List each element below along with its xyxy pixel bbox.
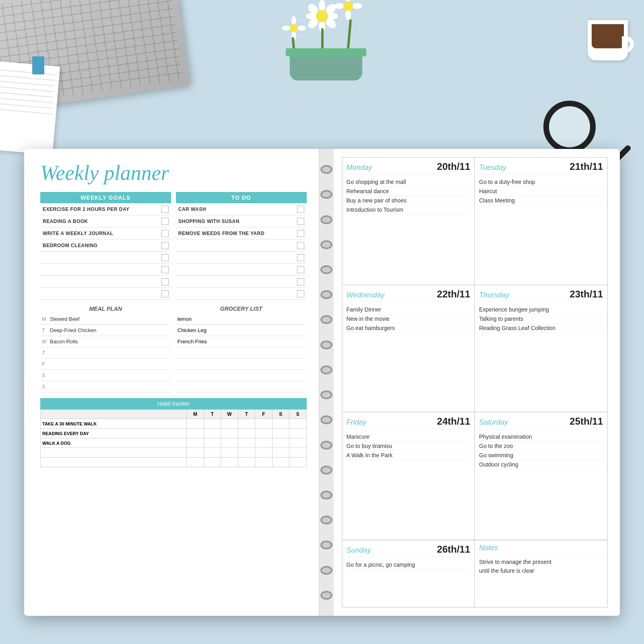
habit-check-0-5[interactable]: [272, 419, 289, 429]
meal-row-1: TDeep-Fried Chicken: [40, 325, 171, 336]
coffee-cup: [580, 8, 636, 60]
todo-row-1: SHOPPING WITH SUSAN: [176, 215, 307, 227]
goal-row-3: BEDROOM CLEANING: [40, 239, 171, 252]
grocery-row-4: [176, 359, 307, 370]
todo-checkbox-6[interactable]: [297, 278, 304, 285]
meal-row-3: T: [40, 347, 171, 359]
habit-row-1: READING EVERY DAY: [41, 429, 307, 438]
goal-row-6: [40, 276, 171, 288]
habit-check-0-0[interactable]: [187, 419, 204, 429]
habit-check-3-4[interactable]: [255, 448, 272, 458]
habit-check-1-3[interactable]: [238, 429, 255, 438]
habit-check-1-4[interactable]: [255, 429, 272, 438]
todo-column: TO DO CAR WASHSHOPPING WITH SUSANREMOVE …: [176, 192, 307, 300]
habit-name-2: WALK A DOG: [41, 438, 187, 448]
meal-item-0: Stewed Beef: [50, 316, 169, 322]
habit-check-2-0[interactable]: [187, 438, 204, 448]
friday-event-1: Manicure: [347, 432, 471, 442]
calendar-grid: Monday 20th/11 Go shopping at the mall R…: [342, 157, 608, 540]
monday-event-3: Buy a new pair of shoes: [347, 196, 471, 205]
habit-check-4-3[interactable]: [238, 458, 255, 467]
habit-check-0-3[interactable]: [238, 419, 255, 429]
habit-check-2-6[interactable]: [289, 438, 306, 448]
spiral-coil: [320, 365, 332, 374]
habit-check-2-2[interactable]: [221, 438, 238, 448]
spiral-coil: [320, 341, 332, 349]
habit-check-4-4[interactable]: [255, 458, 272, 467]
habit-check-4-5[interactable]: [272, 458, 289, 467]
sunday-name: Sunday: [347, 546, 371, 555]
notes-header: Notes: [479, 544, 603, 554]
spiral-coil: [320, 190, 332, 199]
habit-check-1-2[interactable]: [221, 429, 238, 438]
spiral-coil: [320, 415, 332, 424]
habit-check-0-6[interactable]: [289, 419, 306, 429]
goal-checkbox-5[interactable]: [161, 266, 169, 273]
habit-check-4-2[interactable]: [221, 458, 238, 467]
wednesday-event-2: New in the movie: [347, 314, 471, 324]
monday-event-4: Introduction to Tourism: [347, 205, 471, 215]
goal-checkbox-3[interactable]: [161, 242, 169, 249]
meal-row-0: MStewed Beef: [40, 314, 171, 325]
goal-checkbox-6[interactable]: [161, 278, 169, 285]
right-page: Monday 20th/11 Go shopping at the mall R…: [334, 149, 620, 616]
habit-day-w: W: [221, 410, 238, 419]
habit-check-0-1[interactable]: [204, 419, 221, 429]
wednesday-event-3: Go eat hamburgers: [347, 324, 471, 333]
todo-row-4: [176, 252, 307, 264]
habit-check-2-5[interactable]: [272, 438, 289, 448]
goal-checkbox-7[interactable]: [161, 290, 169, 297]
spiral-coil: [320, 441, 332, 450]
habit-check-1-6[interactable]: [289, 429, 306, 438]
goal-checkbox-0[interactable]: [161, 206, 169, 213]
habit-check-1-5[interactable]: [272, 429, 289, 438]
day-monday: Monday 20th/11 Go shopping at the mall R…: [342, 157, 475, 285]
todo-checkbox-1[interactable]: [297, 218, 304, 225]
monday-event-1: Go shopping at the mall: [347, 178, 471, 187]
todo-row-3: [176, 239, 307, 252]
todo-checkbox-0[interactable]: [297, 206, 304, 213]
habit-check-3-6[interactable]: [289, 448, 306, 458]
todo-checkbox-7[interactable]: [297, 290, 304, 297]
habit-table: M T W T F S S TAKE A 30 MINUTE WALKREADI…: [40, 409, 307, 467]
meal-day-2: W: [42, 339, 50, 345]
day-sunday: Sunday 26th/11 Go for a picnic, go campi…: [342, 540, 475, 607]
todo-checkbox-2[interactable]: [297, 230, 304, 237]
grocery-row-1: Chicken Leg: [176, 325, 307, 336]
goal-row-2: WRITE A WEEKLY JOURNAL: [40, 227, 171, 239]
todo-text-0: CAR WASH: [178, 206, 295, 212]
habit-name-3: [41, 448, 187, 458]
day-thursday: Thursday 23th/11 Experience bungee jumpi…: [475, 285, 607, 413]
habit-check-3-1[interactable]: [204, 448, 221, 458]
spiral-coil: [320, 566, 332, 575]
habit-check-3-3[interactable]: [238, 448, 255, 458]
habit-check-4-1[interactable]: [204, 458, 221, 467]
habit-check-1-0[interactable]: [187, 429, 204, 438]
goal-checkbox-1[interactable]: [161, 218, 169, 225]
habit-check-1-1[interactable]: [204, 429, 221, 438]
habit-day-t: T: [204, 410, 221, 419]
habit-check-4-6[interactable]: [289, 458, 306, 467]
habit-check-0-2[interactable]: [221, 419, 238, 429]
todo-checkbox-5[interactable]: [297, 266, 304, 273]
habit-day-f: F: [255, 410, 272, 419]
habit-row-4: [41, 458, 307, 467]
todo-checkbox-4[interactable]: [297, 254, 304, 261]
habit-check-2-1[interactable]: [204, 438, 221, 448]
goal-checkbox-4[interactable]: [161, 254, 169, 261]
goal-checkbox-2[interactable]: [161, 230, 169, 237]
habit-check-3-5[interactable]: [272, 448, 289, 458]
habit-check-2-3[interactable]: [238, 438, 255, 448]
meal-day-1: T: [42, 328, 50, 333]
habit-check-3-0[interactable]: [187, 448, 204, 458]
todo-checkbox-3[interactable]: [297, 242, 304, 249]
habit-check-3-2[interactable]: [221, 448, 238, 458]
spiral-coil: [320, 290, 332, 299]
thursday-event-1: Experience bungee jumping: [479, 305, 603, 314]
goal-row-5: [40, 264, 171, 276]
habit-check-0-4[interactable]: [255, 419, 272, 429]
habit-check-2-4[interactable]: [255, 438, 272, 448]
goal-text-0: EXERCISE FOR 2 HOURS PER DAY: [43, 206, 158, 212]
habit-day-s: S: [272, 410, 289, 419]
habit-check-4-0[interactable]: [187, 458, 204, 467]
